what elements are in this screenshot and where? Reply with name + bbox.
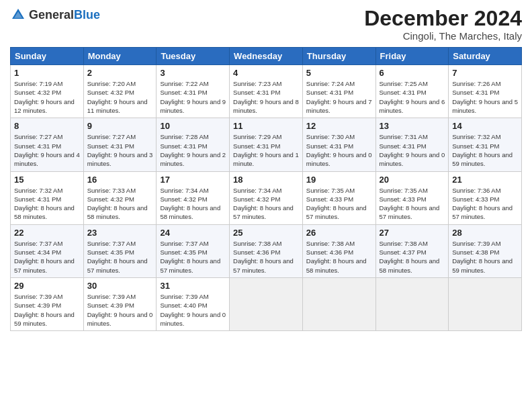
- col-sunday: Sunday: [11, 48, 84, 65]
- table-row: 30Sunrise: 7:39 AMSunset: 4:39 PMDayligh…: [83, 277, 157, 330]
- day-info: Sunrise: 7:37 AM: [14, 239, 80, 248]
- calendar-week-row: 1Sunrise: 7:19 AMSunset: 4:32 PMDaylight…: [11, 65, 522, 118]
- day-info: Daylight: 9 hours and 11 minutes.: [87, 97, 153, 116]
- day-info: Sunrise: 7:36 AM: [452, 186, 518, 195]
- day-info: Daylight: 8 hours and 57 minutes.: [380, 203, 445, 222]
- day-info: Sunrise: 7:27 AM: [14, 132, 80, 141]
- day-number: 29: [14, 281, 80, 291]
- day-info: Daylight: 9 hours and 3 minutes.: [87, 150, 153, 169]
- day-number: 19: [306, 175, 372, 185]
- table-row: 13Sunrise: 7:31 AMSunset: 4:31 PMDayligh…: [375, 118, 449, 171]
- table-row: 22Sunrise: 7:37 AMSunset: 4:34 PMDayligh…: [11, 224, 84, 277]
- table-row: 19Sunrise: 7:35 AMSunset: 4:33 PMDayligh…: [302, 171, 375, 224]
- day-info: Sunset: 4:35 PM: [160, 248, 226, 257]
- table-row: 6Sunrise: 7:25 AMSunset: 4:31 PMDaylight…: [375, 65, 449, 118]
- day-info: Sunset: 4:38 PM: [452, 248, 518, 257]
- day-number: 22: [14, 228, 80, 238]
- day-info: Sunrise: 7:39 AM: [87, 292, 153, 301]
- day-number: 15: [14, 175, 80, 185]
- calendar-week-row: 8Sunrise: 7:27 AMSunset: 4:31 PMDaylight…: [11, 118, 522, 171]
- day-info: Daylight: 8 hours and 57 minutes.: [452, 203, 518, 222]
- day-info: Sunset: 4:40 PM: [160, 301, 226, 310]
- day-number: 6: [380, 68, 445, 78]
- day-info: Sunrise: 7:37 AM: [87, 239, 153, 248]
- day-info: Sunrise: 7:19 AM: [14, 79, 80, 88]
- day-number: 12: [306, 121, 372, 131]
- day-number: 2: [87, 68, 153, 78]
- day-number: 28: [452, 228, 518, 238]
- day-number: 11: [233, 121, 299, 131]
- day-info: Sunrise: 7:34 AM: [160, 186, 226, 195]
- calendar-week-row: 29Sunrise: 7:39 AMSunset: 4:39 PMDayligh…: [11, 277, 522, 330]
- day-info: Daylight: 8 hours and 57 minutes.: [160, 257, 226, 275]
- day-info: Daylight: 9 hours and 8 minutes.: [233, 97, 299, 116]
- day-info: Sunset: 4:31 PM: [14, 195, 80, 203]
- day-info: Sunrise: 7:23 AM: [233, 79, 299, 88]
- day-info: Sunset: 4:33 PM: [452, 195, 518, 203]
- day-number: 30: [87, 281, 153, 291]
- day-number: 24: [160, 228, 226, 238]
- day-number: 14: [452, 121, 518, 131]
- table-row: 29Sunrise: 7:39 AMSunset: 4:39 PMDayligh…: [11, 277, 84, 330]
- day-number: 8: [14, 121, 80, 131]
- day-info: Sunset: 4:31 PM: [160, 142, 226, 150]
- day-info: Sunset: 4:35 PM: [87, 248, 153, 257]
- day-info: Daylight: 8 hours and 57 minutes.: [87, 257, 153, 275]
- day-info: Sunrise: 7:24 AM: [306, 79, 372, 88]
- table-row: 15Sunrise: 7:32 AMSunset: 4:31 PMDayligh…: [11, 171, 84, 224]
- table-row: 23Sunrise: 7:37 AMSunset: 4:35 PMDayligh…: [83, 224, 157, 277]
- day-number: 7: [452, 68, 518, 78]
- day-info: Daylight: 9 hours and 0 minutes.: [306, 150, 372, 169]
- day-number: 25: [233, 228, 299, 238]
- day-info: Daylight: 8 hours and 57 minutes.: [233, 257, 299, 275]
- day-info: Sunrise: 7:28 AM: [160, 132, 226, 141]
- day-info: Sunset: 4:32 PM: [87, 88, 153, 97]
- col-thursday: Thursday: [302, 48, 375, 65]
- calendar-table: Sunday Monday Tuesday Wednesday Thursday…: [10, 47, 522, 331]
- table-row: 18Sunrise: 7:34 AMSunset: 4:32 PMDayligh…: [230, 171, 303, 224]
- table-row: 7Sunrise: 7:26 AMSunset: 4:31 PMDaylight…: [449, 65, 522, 118]
- day-info: Sunset: 4:31 PM: [306, 88, 372, 97]
- day-info: Sunset: 4:33 PM: [306, 195, 372, 203]
- day-number: 10: [160, 121, 226, 131]
- title-block: December 2024 Cingoli, The Marches, Ital…: [364, 7, 522, 42]
- day-info: Sunrise: 7:29 AM: [233, 132, 299, 141]
- table-row: 14Sunrise: 7:32 AMSunset: 4:31 PMDayligh…: [449, 118, 522, 171]
- col-wednesday: Wednesday: [230, 48, 303, 65]
- logo-blue: Blue: [74, 8, 100, 21]
- day-info: Sunset: 4:31 PM: [160, 88, 226, 97]
- day-number: 9: [87, 121, 153, 131]
- table-row: 27Sunrise: 7:38 AMSunset: 4:37 PMDayligh…: [375, 224, 449, 277]
- day-info: Sunrise: 7:38 AM: [380, 239, 445, 248]
- day-info: Sunrise: 7:22 AM: [160, 79, 226, 88]
- day-info: Sunrise: 7:32 AM: [14, 186, 80, 195]
- day-info: Sunset: 4:31 PM: [452, 142, 518, 150]
- day-info: Daylight: 9 hours and 4 minutes.: [14, 150, 80, 169]
- day-info: Sunset: 4:33 PM: [380, 195, 445, 203]
- day-info: Daylight: 9 hours and 0 minutes.: [87, 310, 153, 328]
- day-number: 26: [306, 228, 372, 238]
- table-row: 17Sunrise: 7:34 AMSunset: 4:32 PMDayligh…: [157, 171, 230, 224]
- day-number: 20: [380, 175, 445, 185]
- table-row: 5Sunrise: 7:24 AMSunset: 4:31 PMDaylight…: [302, 65, 375, 118]
- table-row: 2Sunrise: 7:20 AMSunset: 4:32 PMDaylight…: [83, 65, 157, 118]
- table-row: 12Sunrise: 7:30 AMSunset: 4:31 PMDayligh…: [302, 118, 375, 171]
- day-info: Daylight: 8 hours and 57 minutes.: [233, 203, 299, 222]
- day-info: Sunset: 4:31 PM: [87, 142, 153, 150]
- calendar-header-row: Sunday Monday Tuesday Wednesday Thursday…: [11, 48, 522, 65]
- day-number: 13: [380, 121, 445, 131]
- day-info: Daylight: 8 hours and 57 minutes.: [306, 203, 372, 222]
- day-info: Sunset: 4:32 PM: [233, 195, 299, 203]
- table-row: 31Sunrise: 7:39 AMSunset: 4:40 PMDayligh…: [157, 277, 230, 330]
- day-info: Sunrise: 7:33 AM: [87, 186, 153, 195]
- day-info: Daylight: 9 hours and 5 minutes.: [452, 97, 518, 116]
- table-row: 10Sunrise: 7:28 AMSunset: 4:31 PMDayligh…: [157, 118, 230, 171]
- day-info: Daylight: 9 hours and 7 minutes.: [306, 97, 372, 116]
- table-row: 4Sunrise: 7:23 AMSunset: 4:31 PMDaylight…: [230, 65, 303, 118]
- day-info: Sunset: 4:37 PM: [380, 248, 445, 257]
- col-saturday: Saturday: [449, 48, 522, 65]
- col-tuesday: Tuesday: [157, 48, 230, 65]
- day-info: Daylight: 9 hours and 0 minutes.: [380, 150, 445, 169]
- table-row: [230, 277, 303, 330]
- table-row: 16Sunrise: 7:33 AMSunset: 4:32 PMDayligh…: [83, 171, 157, 224]
